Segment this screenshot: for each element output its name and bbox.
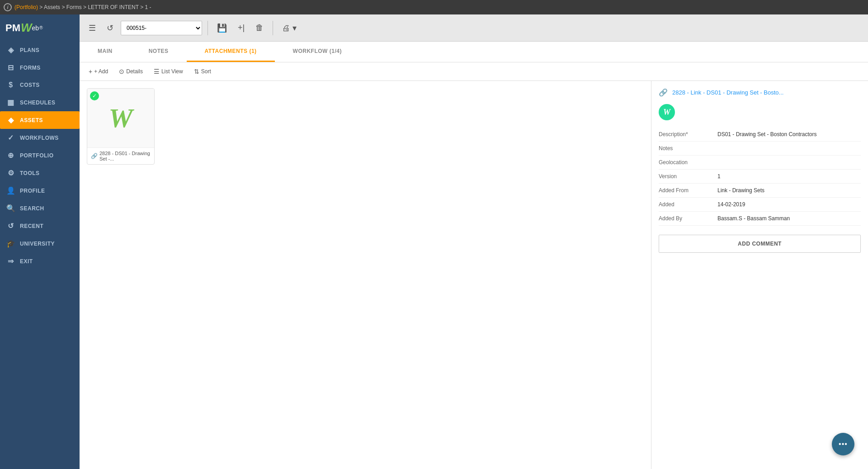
tab-main[interactable]: MAIN: [80, 42, 131, 62]
detail-row-added-from: Added From Link - Drawing Sets: [659, 184, 861, 198]
breadcrumb: (Portfolio) > Assets > Forms > LETTER OF…: [14, 4, 151, 10]
w-logo-icon: W: [108, 103, 132, 134]
tabs: MAIN NOTES ATTACHMENTS (1) WORKFLOW (1/4…: [80, 42, 868, 62]
assets-icon: ◆: [6, 116, 15, 124]
schedules-icon: ▦: [6, 98, 15, 107]
sidebar-item-assets[interactable]: ◆ ASSETS: [0, 111, 80, 129]
detail-row-added-by: Added By Bassam.S - Bassam Samman: [659, 212, 861, 226]
university-icon: 🎓: [6, 239, 15, 248]
detail-row-version: Version 1: [659, 170, 861, 184]
detail-row-description: Description* DS01 - Drawing Set - Boston…: [659, 128, 861, 142]
details-icon: ⊙: [119, 68, 124, 75]
sidebar-item-tools[interactable]: ⚙ TOOLS: [0, 164, 80, 182]
sidebar-item-workflows[interactable]: ✓ WORKFLOWS: [0, 129, 80, 147]
toolbar-separator-2: [273, 21, 273, 35]
record-select[interactable]: 000515-: [121, 21, 202, 35]
main-content: ☰ ↺ 000515- 💾 +| 🗑 🖨 ▾ MAIN NOTES ATTACH…: [80, 14, 868, 469]
sort-button[interactable]: ⇅ Sort: [190, 66, 215, 77]
add-button[interactable]: +|: [234, 20, 248, 35]
attachment-thumbnail[interactable]: ✓ W 🔗 2828 - DS01 - Drawing Set -...: [87, 88, 155, 165]
thumbnail-label: 🔗 2828 - DS01 - Drawing Set -...: [87, 147, 154, 164]
sub-toolbar: + + Add ⊙ Details ☰ List View ⇅ Sort: [80, 62, 868, 81]
sidebar: PM W eb ® ◈ PLANS ⊟ FORMS $ COSTS ▦ SCHE…: [0, 14, 80, 469]
detail-panel: 🔗 2828 - Link - DS01 - Drawing Set - Bos…: [651, 81, 868, 469]
detail-link-icon: 🔗: [659, 88, 668, 97]
detail-row-geolocation: Geolocation: [659, 156, 861, 170]
toolbar-separator-1: [208, 21, 208, 35]
sidebar-item-forms[interactable]: ⊟ FORMS: [0, 59, 80, 76]
list-view-button[interactable]: ☰: [85, 20, 99, 36]
sidebar-item-search[interactable]: 🔍 SEARCH: [0, 199, 80, 217]
costs-icon: $: [6, 81, 15, 89]
delete-button[interactable]: 🗑: [252, 20, 267, 35]
profile-icon: 👤: [6, 186, 15, 195]
portfolio-link[interactable]: (Portfolio): [14, 4, 38, 10]
tab-attachments[interactable]: ATTACHMENTS (1): [187, 42, 275, 62]
add-icon: +: [89, 68, 92, 75]
link-icon: 🔗: [91, 153, 98, 159]
plans-icon: ◈: [6, 46, 15, 54]
tools-icon: ⚙: [6, 169, 15, 177]
sidebar-item-exit[interactable]: ⇒ EXIT: [0, 252, 80, 270]
undo-button[interactable]: ↺: [103, 20, 117, 36]
recent-icon: ↺: [6, 222, 15, 230]
toolbar: ☰ ↺ 000515- 💾 +| 🗑 🖨 ▾: [80, 14, 868, 42]
sidebar-item-profile[interactable]: 👤 PROFILE: [0, 182, 80, 199]
detail-row-notes: Notes: [659, 142, 861, 156]
add-comment-button[interactable]: ADD COMMENT: [659, 235, 861, 253]
list-icon: ☰: [154, 68, 160, 75]
info-icon[interactable]: i: [4, 3, 12, 11]
sidebar-item-schedules[interactable]: ▦ SCHEDULES: [0, 94, 80, 111]
logo: PM W eb ®: [0, 14, 80, 41]
tab-notes[interactable]: NOTES: [131, 42, 187, 62]
print-button[interactable]: 🖨 ▾: [278, 20, 300, 36]
attachments-panel: ✓ W 🔗 2828 - DS01 - Drawing Set -...: [80, 81, 651, 469]
detail-title[interactable]: 2828 - Link - DS01 - Drawing Set - Bosto…: [672, 89, 783, 96]
list-view-sub-button[interactable]: ☰ List View: [150, 66, 187, 77]
detail-header: 🔗 2828 - Link - DS01 - Drawing Set - Bos…: [659, 88, 861, 97]
fab-button[interactable]: •••: [832, 433, 854, 455]
detail-fields: Description* DS01 - Drawing Set - Boston…: [659, 128, 861, 226]
sidebar-item-costs[interactable]: $ COSTS: [0, 76, 80, 94]
exit-icon: ⇒: [6, 257, 15, 265]
fab-icon: •••: [839, 440, 848, 448]
add-attachment-button[interactable]: + + Add: [85, 66, 112, 77]
portfolio-icon: ⊕: [6, 151, 15, 160]
sidebar-item-recent[interactable]: ↺ RECENT: [0, 217, 80, 235]
sidebar-item-plans[interactable]: ◈ PLANS: [0, 41, 80, 59]
workflows-icon: ✓: [6, 133, 15, 142]
detail-row-added: Added 14-02-2019: [659, 198, 861, 212]
top-bar: i (Portfolio) > Assets > Forms > LETTER …: [0, 0, 868, 14]
sort-icon: ⇅: [194, 68, 199, 75]
selected-check: ✓: [90, 91, 99, 100]
sidebar-item-university[interactable]: 🎓 UNIVERSITY: [0, 235, 80, 252]
forms-icon: ⊟: [6, 63, 15, 72]
detail-logo: W: [659, 104, 675, 120]
tab-workflow[interactable]: WORKFLOW (1/4): [275, 42, 360, 62]
save-button[interactable]: 💾: [213, 20, 231, 36]
sidebar-item-portfolio[interactable]: ⊕ PORTFOLIO: [0, 147, 80, 164]
search-icon: 🔍: [6, 204, 15, 213]
details-button[interactable]: ⊙ Details: [115, 66, 146, 77]
content-area: ✓ W 🔗 2828 - DS01 - Drawing Set -... 🔗 2…: [80, 81, 868, 469]
